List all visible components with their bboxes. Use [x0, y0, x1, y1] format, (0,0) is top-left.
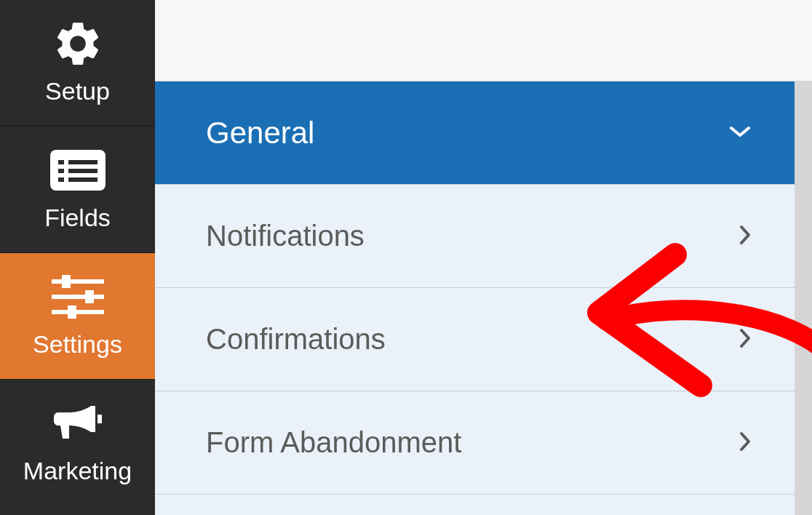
sidebar-item-setup[interactable]: Setup: [0, 0, 155, 127]
sidebar-item-label: Settings: [33, 330, 122, 359]
gear-icon: [52, 15, 104, 73]
svg-rect-10: [85, 290, 94, 303]
svg-rect-3: [58, 169, 64, 173]
sliders-icon: [49, 268, 107, 326]
svg-rect-1: [58, 160, 64, 164]
panel-row-label: Form Abandonment: [206, 426, 461, 459]
sidebar-item-settings[interactable]: Settings: [0, 253, 155, 380]
sidebar-nav: Setup Fields: [0, 0, 155, 515]
sidebar-item-marketing[interactable]: Marketing: [0, 380, 155, 506]
sidebar-item-label: Marketing: [23, 457, 132, 485]
svg-rect-9: [52, 295, 104, 299]
svg-rect-7: [52, 279, 104, 284]
svg-rect-6: [68, 177, 97, 182]
panel-row-general[interactable]: General: [155, 81, 795, 185]
svg-rect-4: [68, 169, 97, 173]
svg-rect-8: [62, 275, 71, 288]
sidebar-item-label: Setup: [45, 77, 110, 105]
chevron-right-icon: [739, 431, 751, 455]
panel-row-label: Notifications: [206, 220, 365, 252]
sidebar-item-label: Fields: [44, 204, 111, 232]
panel-row-notifications[interactable]: Notifications: [155, 185, 795, 288]
list-icon: [49, 141, 106, 199]
settings-panel: General Notifications Confirmations: [155, 81, 812, 515]
panel-row-label: General: [206, 116, 314, 151]
svg-rect-11: [52, 310, 104, 314]
main-content: General Notifications Confirmations: [155, 0, 812, 515]
svg-rect-5: [58, 177, 64, 182]
bullhorn-icon: [52, 394, 104, 452]
top-bar: [155, 0, 812, 81]
panel-row-form-abandonment[interactable]: Form Abandonment: [155, 391, 795, 495]
chevron-right-icon: [739, 225, 751, 248]
sidebar-item-fields[interactable]: Fields: [0, 127, 155, 253]
svg-rect-12: [68, 306, 76, 319]
panel-row-confirmations[interactable]: Confirmations: [155, 288, 795, 391]
panel-row-label: Confirmations: [206, 323, 386, 356]
chevron-right-icon: [739, 328, 751, 351]
chevron-down-icon: [729, 125, 751, 141]
svg-rect-2: [68, 160, 97, 164]
